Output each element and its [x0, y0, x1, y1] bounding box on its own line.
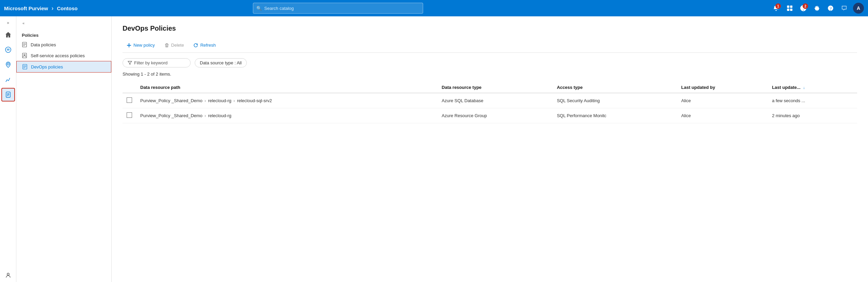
row2-updated-by: Alice	[677, 108, 768, 123]
row2-type: Azure Resource Group	[438, 108, 553, 123]
top-bar-icons: 1 2 A	[770, 2, 864, 14]
row1-path-cell: Purview_Policy _Shared_Demo › relecloud-…	[136, 93, 438, 108]
notifications-badge: 1	[775, 3, 781, 9]
row1-checkbox-cell	[123, 93, 136, 108]
table-row: Purview_Policy _Shared_Demo › relecloud-…	[123, 93, 857, 108]
switch-button[interactable]	[784, 2, 796, 14]
top-bar: Microsoft Purview › Contoso 🔍 1 2	[0, 0, 868, 16]
nav-section-title: Policies	[16, 31, 111, 39]
col-last-updated-by[interactable]: Last updated by	[677, 82, 768, 93]
nav-item-self-service-label: Self-service access policies	[31, 53, 85, 58]
brand-name: Microsoft Purview	[4, 5, 48, 11]
nav-item-self-service[interactable]: Self-service access policies	[16, 50, 111, 61]
svg-rect-0	[787, 5, 789, 8]
row1-type: Azure SQL Database	[438, 93, 553, 108]
alerts-badge: 2	[803, 3, 808, 9]
datasource-filter-label: Data source type : All	[200, 60, 242, 65]
col-checkbox	[123, 82, 136, 93]
svg-rect-2	[787, 9, 789, 11]
svg-rect-1	[790, 5, 792, 8]
row1-last-updated: a few seconds ...	[768, 93, 857, 108]
sidebar-item-home[interactable]	[1, 28, 15, 42]
nav-panel-header: «	[16, 19, 111, 29]
collapse-nav-button[interactable]: «	[20, 20, 27, 26]
refresh-button[interactable]: Refresh	[189, 41, 220, 50]
new-policy-label: New policy	[133, 43, 155, 48]
col-last-updated[interactable]: Last update... ↓	[768, 82, 857, 93]
content-area: DevOps Policies New policy Delete Refres…	[112, 16, 868, 282]
row2-checkbox[interactable]	[127, 112, 132, 118]
nav-item-devops-policies[interactable]: DevOps policies	[16, 61, 111, 73]
row1-access-type: SQL Security Auditing	[553, 93, 677, 108]
toolbar: New policy Delete Refresh	[123, 38, 857, 53]
nav-item-data-policies[interactable]: Data policies	[16, 39, 111, 50]
page-title: DevOps Policies	[123, 25, 857, 32]
sidebar-item-policies[interactable]	[1, 88, 15, 101]
row2-last-updated: 2 minutes ago	[768, 108, 857, 123]
results-count: Showing 1 - 2 of 2 items.	[123, 72, 857, 77]
feedback-button[interactable]	[838, 2, 850, 14]
help-button[interactable]	[824, 2, 837, 14]
row2-path-cell: Purview_Policy _Shared_Demo › relecloud-…	[136, 108, 438, 123]
alerts-button[interactable]: 2	[797, 2, 809, 14]
sidebar-item-insights[interactable]	[1, 73, 15, 87]
sidebar-item-admin[interactable]	[1, 268, 15, 282]
settings-button[interactable]	[811, 2, 823, 14]
row1-updated-by: Alice	[677, 93, 768, 108]
col-access-type[interactable]: Access type	[553, 82, 677, 93]
search-input[interactable]	[253, 3, 423, 14]
nav-item-data-policies-label: Data policies	[31, 42, 56, 47]
svg-rect-3	[790, 9, 792, 11]
sidebar-item-map[interactable]	[1, 58, 15, 72]
filter-placeholder: Filter by keyword	[134, 60, 167, 65]
filter-row: Filter by keyword Data source type : All	[123, 58, 857, 67]
delete-label: Delete	[171, 43, 184, 48]
sort-icon: ↓	[803, 85, 805, 90]
search-wrapper: 🔍	[253, 3, 423, 14]
avatar[interactable]: A	[853, 3, 864, 14]
expand-sidebar-button[interactable]: »	[5, 19, 11, 27]
avatar-label: A	[857, 5, 860, 11]
policies-table: Data resource path Data resource type Ac…	[123, 82, 857, 123]
filter-icon	[128, 61, 132, 65]
nav-panel: « Policies Data policies Self-service ac…	[16, 16, 112, 282]
svg-point-10	[24, 54, 25, 56]
datasource-type-filter[interactable]: Data source type : All	[195, 58, 247, 67]
row1-path: Purview_Policy _Shared_Demo › relecloud-…	[140, 98, 434, 103]
main-layout: » « Policies	[0, 16, 868, 282]
row2-checkbox-cell	[123, 108, 136, 123]
tenant-name: Contoso	[57, 5, 78, 11]
svg-point-5	[7, 63, 9, 65]
refresh-label: Refresh	[200, 43, 216, 48]
new-policy-button[interactable]: New policy	[123, 41, 159, 50]
row1-checkbox[interactable]	[127, 97, 132, 103]
brand-separator: ›	[51, 5, 53, 12]
delete-button[interactable]: Delete	[160, 41, 188, 50]
svg-point-4	[5, 47, 11, 52]
notifications-button[interactable]: 1	[770, 2, 782, 14]
table-header-row: Data resource path Data resource type Ac…	[123, 82, 857, 93]
row2-access-type: SQL Performance Monitc	[553, 108, 677, 123]
svg-point-7	[7, 273, 9, 275]
brand: Microsoft Purview › Contoso	[4, 5, 78, 12]
keyword-filter[interactable]: Filter by keyword	[123, 58, 191, 67]
search-area: 🔍	[253, 3, 423, 14]
col-data-resource-path[interactable]: Data resource path	[136, 82, 438, 93]
icon-sidebar: »	[0, 16, 16, 282]
table-row: Purview_Policy _Shared_Demo › relecloud-…	[123, 108, 857, 123]
col-data-resource-type[interactable]: Data resource type	[438, 82, 553, 93]
sidebar-item-catalog[interactable]	[1, 43, 15, 57]
row2-path: Purview_Policy _Shared_Demo › relecloud-…	[140, 113, 434, 118]
nav-item-devops-policies-label: DevOps policies	[31, 64, 63, 69]
